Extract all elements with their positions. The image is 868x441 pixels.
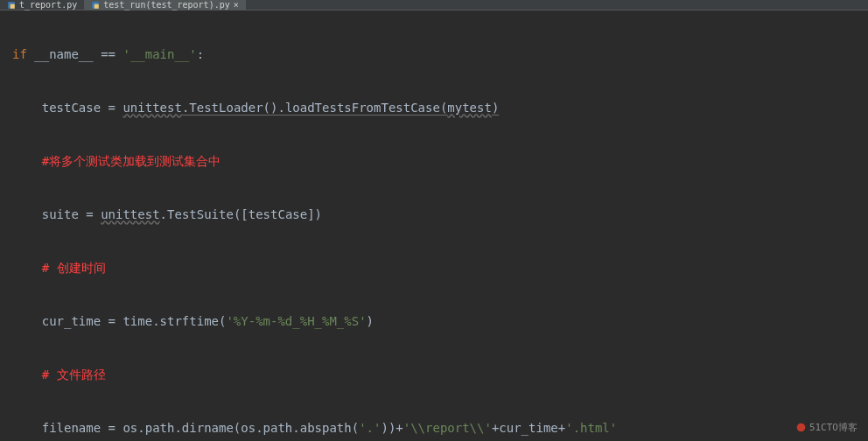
tab-bar: t_report.py test_run(test_report).py × [0, 0, 868, 10]
python-file-icon [7, 1, 16, 10]
code-line: testCase = unittest.TestLoader().loadTes… [12, 94, 868, 122]
code-line: #将多个测试类加载到测试集合中 [12, 148, 868, 175]
svg-rect-3 [94, 4, 99, 8]
svg-rect-1 [10, 4, 15, 8]
code-line: if __name__ == '__main__': [12, 41, 868, 68]
code-line: # 创建时间 [12, 255, 868, 282]
code-line: suite = unittest.TestSuite([testCase]) [12, 201, 868, 228]
tab-label: test_run(test_report).py [103, 0, 230, 10]
close-icon[interactable]: × [234, 0, 239, 10]
code-editor[interactable]: if __name__ == '__main__': testCase = un… [0, 10, 868, 441]
tab-label: t_report.py [19, 0, 77, 10]
code-line: # 文件路径 [12, 361, 868, 388]
code-line: cur_time = time.strftime('%Y-%m-%d_%H_%M… [12, 308, 868, 335]
watermark: 51CTO博客 [796, 421, 858, 434]
editor-tab[interactable]: t_report.py [0, 0, 84, 10]
svg-point-4 [797, 424, 806, 432]
editor-tab-active[interactable]: test_run(test_report).py × [84, 0, 246, 10]
blog-icon [796, 423, 806, 432]
python-file-icon [91, 1, 100, 10]
code-line: filename = os.path.dirname(os.path.abspa… [12, 415, 868, 442]
